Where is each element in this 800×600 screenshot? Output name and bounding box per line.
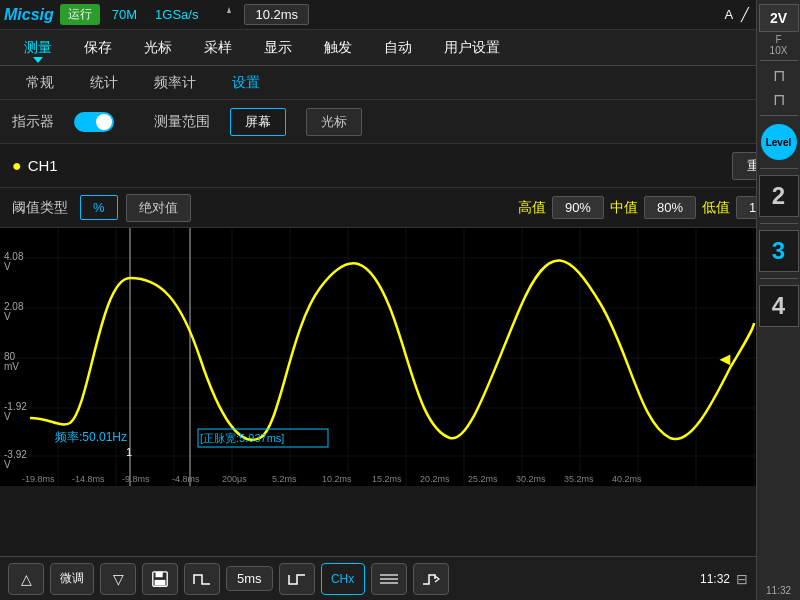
time-div-display[interactable]: 10.2ms: [244, 4, 309, 25]
ch2-num-button[interactable]: 2: [759, 175, 799, 217]
fine-button[interactable]: 微调: [50, 563, 94, 595]
svg-text:1: 1: [126, 446, 132, 458]
save-icon: [151, 570, 169, 588]
main-area: 1 4.08 V 2.08 V 80 mV -1.92 V -3.92 V 频率…: [0, 228, 800, 486]
ch1-row: ● CH1 重置: [0, 144, 800, 188]
svg-text:10.2ms: 10.2ms: [322, 474, 352, 484]
probe-label-f: F: [775, 34, 781, 45]
decrease-button[interactable]: △: [8, 563, 44, 595]
sample-rate-display: 1GSa/s: [149, 5, 204, 24]
time-per-div-display[interactable]: 5ms: [226, 566, 273, 591]
bottom-bar: △ 微调 ▽ 5ms CHx: [0, 556, 756, 600]
svg-text:◄: ◄: [716, 349, 734, 369]
menu-item-显示[interactable]: 显示: [248, 33, 308, 63]
low-label: 低值: [702, 199, 730, 217]
submenu-item-频率计[interactable]: 频率计: [140, 70, 210, 96]
bandwidth-display: 70M: [106, 5, 143, 24]
sub-menu: 常规统计频率计设置: [0, 66, 800, 100]
screen-range-button[interactable]: 屏幕: [230, 108, 286, 136]
svg-rect-52: [155, 579, 166, 584]
timebase-arrow-icon: [214, 5, 244, 25]
svg-text:-4.8ms: -4.8ms: [172, 474, 200, 484]
indicator-label: 指示器: [12, 113, 54, 131]
high-label: 高值: [518, 199, 546, 217]
wave2-button[interactable]: [279, 563, 315, 595]
svg-text:V: V: [4, 411, 11, 422]
probe-label-10x: 10X: [770, 45, 788, 56]
scope-display[interactable]: 1 4.08 V 2.08 V 80 mV -1.92 V -3.92 V 频率…: [0, 228, 756, 486]
increase-button[interactable]: ▽: [100, 563, 136, 595]
menu-item-触发[interactable]: 触发: [308, 33, 368, 63]
svg-text:-14.8ms: -14.8ms: [72, 474, 105, 484]
ch4-num-button[interactable]: 4: [759, 285, 799, 327]
percent-button[interactable]: %: [80, 195, 118, 220]
ch1-dot: ●: [12, 157, 22, 175]
wave1-icon: [192, 570, 212, 588]
menu-item-光标[interactable]: 光标: [128, 33, 188, 63]
svg-rect-1: [0, 228, 756, 486]
svg-text:V: V: [4, 261, 11, 272]
trigger-icon: [421, 570, 441, 588]
menu-item-用户设置[interactable]: 用户设置: [428, 33, 516, 63]
svg-text:[正脉宽:5.937ms]: [正脉宽:5.937ms]: [200, 432, 284, 444]
cursor-range-button[interactable]: 光标: [306, 108, 362, 136]
toggle-knob: [96, 114, 112, 130]
level-text: Level: [766, 137, 792, 148]
trigger-slope-icon: ╱: [741, 7, 749, 22]
measure-range-label: 测量范围: [154, 113, 210, 131]
absolute-button[interactable]: 绝对值: [126, 194, 191, 222]
pattern-button[interactable]: [371, 563, 407, 595]
menu-item-保存[interactable]: 保存: [68, 33, 128, 63]
rp-divider-2: [760, 115, 798, 116]
threshold-row: 阈值类型 % 绝对值 高值 90% 中值 80% 低值 10%: [0, 188, 800, 228]
submenu-item-常规[interactable]: 常规: [12, 70, 68, 96]
menu-item-自动[interactable]: 自动: [368, 33, 428, 63]
channel-panel: 2V F 10X ⊓ ⊓ Level 2 3 4 11:32: [756, 0, 800, 600]
svg-text:V: V: [4, 311, 11, 322]
svg-text:40.2ms: 40.2ms: [612, 474, 642, 484]
svg-text:5.2ms: 5.2ms: [272, 474, 297, 484]
wave1-button[interactable]: [184, 563, 220, 595]
voltage-2v-button[interactable]: 2V: [759, 4, 799, 32]
level-circle-button[interactable]: Level: [761, 124, 797, 160]
mid-value[interactable]: 80%: [644, 196, 696, 219]
square-wave-icon: ⊓: [760, 63, 798, 87]
menu-item-采样[interactable]: 采样: [188, 33, 248, 63]
ch3-num-button[interactable]: 3: [759, 230, 799, 272]
chx-button[interactable]: CHx: [321, 563, 365, 595]
clock-display: 11:32: [700, 572, 730, 586]
menu-item-测量[interactable]: 测量: [8, 33, 68, 63]
square-wave-icon2: ⊓: [760, 87, 798, 111]
rp-divider-3: [760, 168, 798, 169]
threshold-type-label: 阈值类型: [12, 199, 68, 217]
svg-text:15.2ms: 15.2ms: [372, 474, 402, 484]
mid-label: 中值: [610, 199, 638, 217]
wifi-icon: ⊟: [736, 571, 748, 587]
svg-text:200μs: 200μs: [222, 474, 247, 484]
svg-rect-51: [156, 571, 163, 576]
settings-panel: 指示器 测量范围 屏幕 光标: [0, 100, 800, 144]
rp-divider-4: [760, 223, 798, 224]
save-button[interactable]: [142, 563, 178, 595]
pattern-icon: [379, 572, 399, 586]
indicator-toggle[interactable]: [74, 112, 114, 132]
high-value[interactable]: 90%: [552, 196, 604, 219]
ch1-label: CH1: [28, 157, 58, 174]
svg-text:-19.8ms: -19.8ms: [22, 474, 55, 484]
menu-bar: 测量保存光标采样显示触发自动用户设置: [0, 30, 800, 66]
channel-indicator: A: [725, 7, 734, 22]
time-display: 11:32: [766, 585, 791, 600]
submenu-item-设置[interactable]: 设置: [218, 70, 274, 96]
run-status-button[interactable]: 运行: [60, 4, 100, 25]
svg-text:V: V: [4, 459, 11, 470]
svg-text:20.2ms: 20.2ms: [420, 474, 450, 484]
wave2-icon: [287, 570, 307, 588]
svg-text:25.2ms: 25.2ms: [468, 474, 498, 484]
top-bar: Micsig 运行 70M 1GSa/s 10.2ms A ╱ ①2.2V: [0, 0, 800, 30]
svg-marker-0: [227, 7, 231, 13]
svg-text:mV: mV: [4, 361, 19, 372]
waveform-svg: 1 4.08 V 2.08 V 80 mV -1.92 V -3.92 V 频率…: [0, 228, 756, 486]
submenu-item-统计[interactable]: 统计: [76, 70, 132, 96]
trigger-button[interactable]: [413, 563, 449, 595]
svg-text:-9.8ms: -9.8ms: [122, 474, 150, 484]
